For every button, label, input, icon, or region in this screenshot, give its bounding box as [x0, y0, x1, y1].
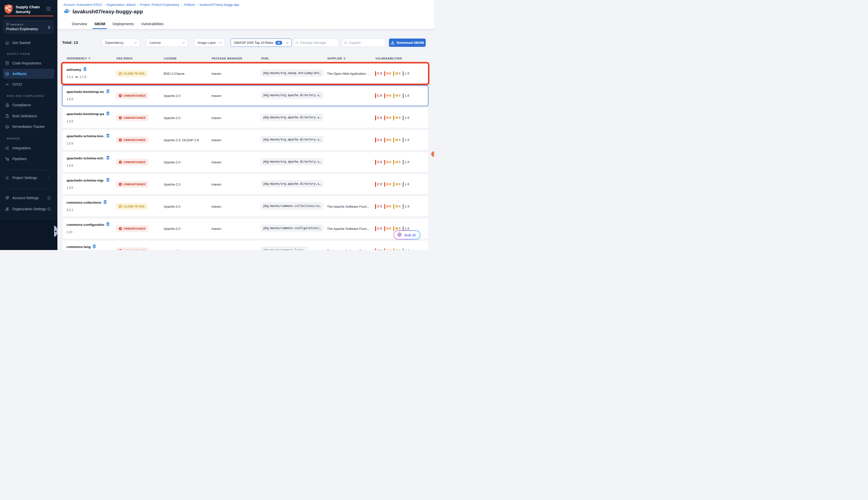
sidebar-item-pipelines[interactable]: Pipelines	[3, 155, 54, 163]
severity-h-count: H 0	[384, 71, 391, 76]
severity-label: M 0	[396, 227, 400, 230]
breadcrumb-project[interactable]: Project: Product Exploratory	[140, 3, 179, 7]
severity-m-count: M 0	[393, 182, 400, 187]
dependency-version: 1.5.5	[67, 142, 116, 145]
tab-overview[interactable]: Overview	[71, 19, 87, 29]
severity-label: C 0	[377, 138, 382, 142]
sidebar-item-label: CI/CD	[12, 82, 22, 86]
purl-value[interactable]: pkg:maven/org.apache.directory.s…	[261, 181, 323, 187]
sidebar-item-ci-cd[interactable]: CI/CD	[3, 81, 54, 88]
nav-section-label: MANAGE	[7, 137, 20, 140]
table-row[interactable]: antisamy 1.5.3 1.7.8 CLOSE TO EOL BSD-2-…	[62, 64, 428, 83]
tab-vulnerabilities[interactable]: Vulnerabilities	[141, 19, 164, 29]
page-header: Account: Automation-SSCA › Organization:…	[57, 0, 434, 29]
doc-search-icon	[5, 103, 9, 107]
purl-value[interactable]: pkg:maven/org.owasp.antisamy/ant…	[261, 70, 323, 76]
sidebar-item-label: Rule Definitions	[12, 114, 37, 118]
dependency-version: 1.5.5	[67, 98, 116, 101]
severity-bar	[403, 204, 404, 209]
breadcrumb-account[interactable]: Account: Automation-SSCA	[64, 3, 102, 7]
purl-value[interactable]: pkg:maven/commons-lang/…	[261, 247, 307, 250]
table-row[interactable]: commons-lang UNMAINTAINED Apache-2.0 mav…	[62, 241, 428, 250]
table-row[interactable]: apacheds-bootstrap-pa… 1.5.5 UNMAINTAINE…	[62, 108, 428, 128]
nav-divider	[3, 170, 53, 170]
sidebar-item-integrations[interactable]: Integrations	[3, 144, 54, 152]
severity-c-count: C 0	[375, 249, 382, 250]
license-value: Apache-2.0	[164, 183, 209, 186]
table-row[interactable]: apacheds-bootstrap-ex… 1.5.5 UNMAINTAINE…	[62, 86, 428, 106]
table-row[interactable]: apacheds-schema-extr… 1.5.5 UNMAINTAINED…	[62, 152, 428, 172]
table-row[interactable]: apacheds-schema-boo… 1.5.5 UNMAINTAINED …	[62, 130, 428, 150]
sidebar-item-label: Code Repositories	[12, 61, 41, 65]
oss-risk-badge: UNMAINTAINED	[116, 181, 148, 188]
severity-m-count: M 0	[393, 71, 400, 76]
tab-deployments[interactable]: Deployments	[112, 19, 134, 29]
circle-x-icon	[118, 227, 122, 230]
severity-bar	[393, 71, 394, 76]
sidebar-item-artifacts[interactable]: Artifacts	[3, 69, 54, 79]
box-icon	[5, 72, 9, 76]
table-row[interactable]: apacheds-schema-regi… 1.5.5 UNMAINTAINED…	[62, 174, 428, 194]
breadcrumb-separator: ›	[104, 3, 105, 7]
purl-value[interactable]: pkg:maven/org.apache.directory.s…	[261, 92, 323, 99]
app-logo[interactable]: Supply Chain Security	[4, 4, 43, 15]
license-value: Apache-2.0	[164, 205, 209, 208]
project-name: Product Exploratory	[6, 27, 50, 31]
project-label: PROJECT	[11, 23, 24, 26]
severity-bar	[375, 182, 376, 187]
sidebar-item-compliance[interactable]: Compliance	[3, 101, 54, 109]
severity-label: L 0	[405, 249, 409, 250]
severity-m-count: M 0	[393, 204, 400, 209]
project-selector[interactable]: PROJECT Product Exploratory	[3, 20, 53, 34]
severity-label: M 0	[396, 249, 400, 250]
sidebar-item-organization-settings[interactable]: Organization Settings	[3, 205, 54, 213]
purl-value[interactable]: pkg:maven/org.apache.directory.s…	[261, 136, 323, 143]
severity-bar	[375, 204, 376, 209]
severity-label: L 0	[405, 160, 409, 164]
breadcrumb-artifacts[interactable]: Artifacts	[184, 3, 195, 7]
table-row[interactable]: commons-collections 3.2.2 CLOSE TO EOL A…	[62, 196, 428, 216]
breadcrumb-separator: ›	[137, 3, 138, 7]
severity-l-count: L 0	[403, 204, 409, 209]
purl-value[interactable]: pkg:maven/org.apache.directory.s…	[261, 114, 323, 121]
severity-bar	[384, 160, 385, 164]
purl-value[interactable]: pkg:maven/commons-collections/co…	[261, 203, 323, 209]
purl-value[interactable]: pkg:maven/org.apache.directory.s…	[261, 158, 323, 165]
purl-value[interactable]: pkg:maven/commons-configuration/…	[261, 225, 323, 231]
severity-l-count: L 0	[403, 182, 409, 187]
table-row[interactable]: commons-configuration 1.10 UNMAINTAINED …	[62, 218, 428, 239]
sidebar-item-rule-definitions[interactable]: Rule Definitions	[3, 112, 54, 120]
package-manager-value: maven	[212, 160, 257, 164]
module-grid-icon[interactable]	[46, 7, 50, 12]
info-icon[interactable]	[47, 207, 51, 211]
main-content: Account: Automation-SSCA › Organization:…	[57, 0, 434, 250]
severity-h-count: H 0	[384, 204, 391, 209]
box-edit-icon	[5, 125, 9, 129]
breadcrumb-current[interactable]: lavakush07/easy-buggy-app	[199, 3, 239, 7]
severity-bar	[393, 204, 394, 209]
severity-label: H 0	[386, 94, 391, 98]
sidebar-item-project-settings[interactable]: Project Settings	[3, 174, 54, 182]
breadcrumb-separator: ›	[197, 3, 198, 7]
sidebar-item-account-settings[interactable]: Account Settings	[3, 194, 54, 202]
content-area: Total: 13 Dependency License Image Layer…	[57, 29, 434, 250]
circle-x-icon	[118, 183, 122, 186]
dependency-version: 1.5.5	[67, 120, 116, 123]
severity-bar	[384, 93, 385, 98]
tab-sbom[interactable]: SBOM	[94, 19, 105, 29]
project-cube-icon	[6, 23, 9, 26]
sidebar-item-code-repositories[interactable]: Code Repositories	[3, 59, 54, 67]
vulnerability-counts: C 0H 0M 0L 0	[375, 160, 428, 164]
sidebar-item-label: Artifacts	[12, 72, 27, 76]
dependency-version: 1.10	[67, 230, 116, 234]
severity-c-count: C 0	[375, 160, 382, 164]
ask-ai-button[interactable]: Ask AI	[393, 230, 420, 239]
oss-risk-badge: UNMAINTAINED	[116, 248, 148, 250]
info-icon[interactable]	[47, 196, 51, 200]
sidebar-item-remediation-tracker[interactable]: Remediation Tracker	[3, 123, 54, 130]
dependency-name: commons-lang	[67, 245, 91, 249]
breadcrumb-organization[interactable]: Organization: default	[106, 3, 135, 7]
severity-c-count: C 0	[375, 182, 382, 187]
sidebar-item-get-started[interactable]: Get Started	[3, 39, 54, 47]
sidebar-footer-panel	[0, 219, 57, 250]
